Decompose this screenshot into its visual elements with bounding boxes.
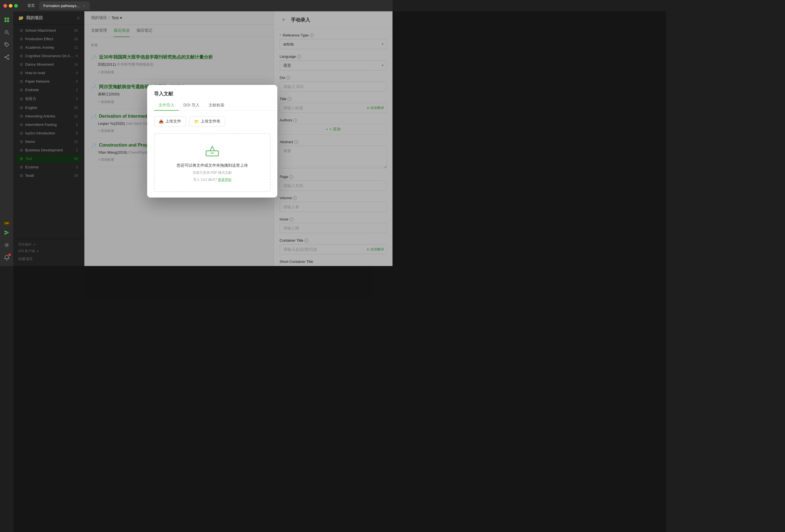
tab-formation-label: Formation pathways... [43, 4, 79, 8]
upload-file-button[interactable]: 📤 上传文件 [154, 116, 186, 126]
dialog-tab-doi[interactable]: DOI 导入 [179, 100, 204, 111]
tabs-bar: 首页 Formation pathways... × [24, 1, 90, 10]
nav-send-button[interactable] [2, 228, 12, 238]
nav-settings-button[interactable] [2, 240, 12, 250]
dialog-tab-file[interactable]: 文件导入 [154, 100, 179, 111]
svg-point-8 [5, 57, 6, 58]
upload-buttons: 📤 上传文件 📁 上传文件夹 [154, 116, 271, 126]
vip-badge: VIP [3, 221, 10, 225]
dialog-body: 📤 上传文件 📁 上传文件夹 您还可以将文件或文件夹拖拽到这里上传 目前只支持 … [147, 111, 277, 198]
svg-point-6 [6, 44, 6, 44]
dialog-tabs: 文件导入 DOI 导入 文献检索 [147, 97, 277, 111]
drop-text-sub: 目前只支持 PDF 格式文献 [193, 170, 232, 175]
nav-notification-button[interactable] [2, 252, 12, 262]
nav-grid-button[interactable] [2, 15, 12, 25]
nav-share-button[interactable] [2, 52, 12, 62]
upload-folder-button[interactable]: 📁 上传文件夹 [189, 116, 225, 126]
dialog-tab-search[interactable]: 文献检索 [204, 100, 229, 111]
nav-search-button[interactable] [2, 27, 12, 37]
dialog-title: 导入文献 [154, 91, 173, 97]
traffic-lights [3, 4, 18, 8]
notification-badge [8, 254, 11, 256]
minimize-traffic-light[interactable] [9, 4, 12, 8]
tab-close-button[interactable]: × [82, 4, 86, 8]
close-traffic-light[interactable] [3, 4, 7, 8]
upload-file-icon: 📤 [159, 119, 163, 124]
drop-help-link[interactable]: 查看帮助 [218, 178, 231, 182]
svg-rect-0 [4, 18, 6, 20]
icon-sidebar: VIP [0, 11, 14, 266]
inbox-icon [205, 143, 220, 161]
fullscreen-traffic-light[interactable] [14, 4, 18, 8]
svg-point-12 [6, 244, 8, 246]
tab-home-label: 首页 [27, 3, 35, 8]
nav-tag-button[interactable] [2, 40, 12, 50]
drop-text-main: 您还可以将文件或文件夹拖拽到这里上传 [177, 163, 248, 168]
import-dialog: 导入文献 文件导入 DOI 导入 文献检索 📤 上传文件 📁 上传文件夹 [147, 85, 277, 198]
titlebar: 首页 Formation pathways... × [0, 0, 392, 11]
icon-sidebar-bottom: VIP [2, 221, 12, 262]
drop-caj-text: 导入 CAJ 格式? 查看帮助 [193, 177, 231, 182]
tab-home[interactable]: 首页 [24, 1, 39, 10]
svg-point-7 [8, 55, 9, 56]
dialog-header: 导入文献 [147, 85, 277, 97]
svg-point-9 [8, 58, 9, 59]
svg-rect-2 [4, 20, 6, 22]
tab-formation[interactable]: Formation pathways... × [39, 1, 90, 10]
svg-rect-1 [7, 18, 9, 20]
svg-rect-3 [7, 20, 9, 22]
drop-zone[interactable]: 您还可以将文件或文件夹拖拽到这里上传 目前只支持 PDF 格式文献 导入 CAJ… [154, 133, 271, 192]
svg-point-4 [5, 30, 8, 33]
svg-line-5 [8, 33, 9, 34]
svg-line-10 [6, 57, 8, 58]
svg-line-11 [6, 56, 8, 57]
upload-folder-icon: 📁 [194, 119, 199, 124]
